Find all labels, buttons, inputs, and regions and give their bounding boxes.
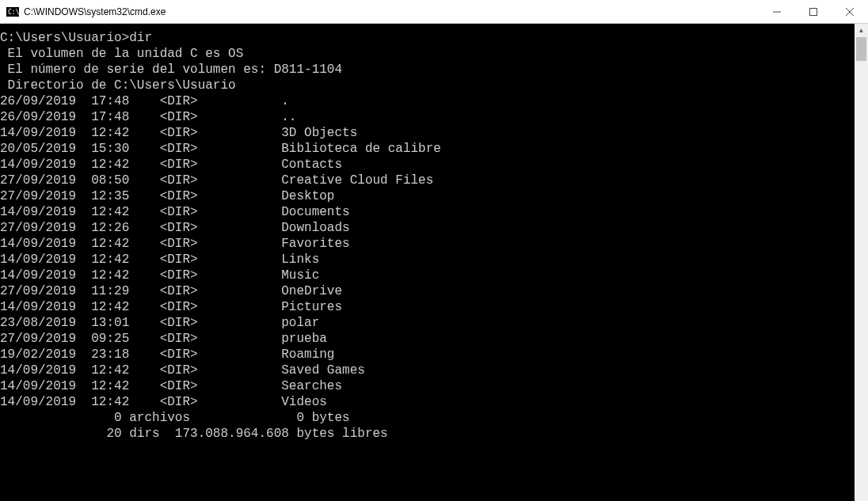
console-line: 27/09/2019 11:29 <DIR> OneDrive: [0, 283, 855, 299]
console-line: 0 archivos 0 bytes: [0, 410, 855, 426]
console-line: El número de serie del volumen es: D811-…: [0, 62, 855, 78]
console-line: 14/09/2019 12:42 <DIR> Searches: [0, 378, 855, 394]
console-line: El volumen de la unidad C es OS: [0, 46, 855, 62]
console-line: 14/09/2019 12:42 <DIR> Documents: [0, 204, 855, 220]
maximize-button[interactable]: [795, 0, 832, 23]
console-line: 27/09/2019 12:35 <DIR> Desktop: [0, 188, 855, 204]
console-line: 14/09/2019 12:42 <DIR> Saved Games: [0, 362, 855, 378]
window-titlebar: C:\ C:\WINDOWS\system32\cmd.exe: [0, 0, 868, 24]
console-line: 20 dirs 173.088.964.608 bytes libres: [0, 426, 855, 442]
scroll-thumb[interactable]: [856, 37, 866, 61]
console-line: 14/09/2019 12:42 <DIR> Contacts: [0, 157, 855, 173]
scroll-up-arrow[interactable]: ▲: [855, 24, 868, 37]
svg-text:C:\: C:\: [8, 9, 19, 16]
svg-rect-3: [810, 8, 817, 15]
console-line: 14/09/2019 12:42 <DIR> Videos: [0, 394, 855, 410]
console-line: 14/09/2019 12:42 <DIR> Favorites: [0, 236, 855, 252]
console-line: 27/09/2019 12:26 <DIR> Downloads: [0, 220, 855, 236]
console-line: 14/09/2019 12:42 <DIR> 3D Objects: [0, 125, 855, 141]
console-line: 14/09/2019 12:42 <DIR> Links: [0, 252, 855, 268]
console-line: 19/02/2019 23:18 <DIR> Roaming: [0, 347, 855, 362]
console-line: 27/09/2019 09:25 <DIR> prueba: [0, 331, 855, 347]
console-line: Directorio de C:\Users\Usuario: [0, 78, 855, 93]
window-title: C:\WINDOWS\system32\cmd.exe: [24, 6, 759, 17]
window-controls: [759, 0, 868, 23]
console-line: 14/09/2019 12:42 <DIR> Pictures: [0, 299, 855, 315]
console-line: 26/09/2019 17:48 <DIR> .: [0, 93, 855, 109]
console-line: 27/09/2019 08:50 <DIR> Creative Cloud Fi…: [0, 173, 855, 188]
cmd-icon: C:\: [6, 6, 19, 18]
console-line: 26/09/2019 17:48 <DIR> ..: [0, 109, 855, 125]
console-line: 14/09/2019 12:42 <DIR> Music: [0, 268, 855, 283]
console-line: 20/05/2019 15:30 <DIR> Biblioteca de cal…: [0, 141, 855, 157]
console-output[interactable]: C:\Users\Usuario>dir El volumen de la un…: [0, 24, 855, 501]
minimize-button[interactable]: [759, 0, 795, 23]
vertical-scrollbar[interactable]: ▲: [855, 24, 868, 501]
console-line: 23/08/2019 13:01 <DIR> polar: [0, 315, 855, 331]
console-line: C:\Users\Usuario>dir: [0, 30, 855, 46]
close-button[interactable]: [832, 0, 868, 23]
